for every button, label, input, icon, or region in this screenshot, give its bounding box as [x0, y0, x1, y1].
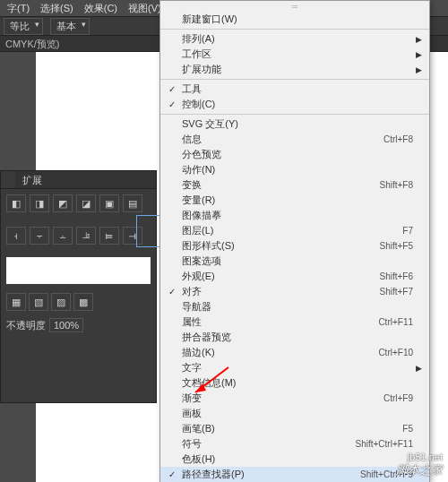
pathfinder-icon[interactable]: ◧	[6, 194, 26, 212]
menu-item-label: 渐变	[180, 392, 383, 405]
pathfinder-icon[interactable]: ▤	[123, 194, 142, 212]
menu-item[interactable]: ✓路径查找器(P)Shift+Ctrl+F9	[160, 467, 429, 482]
menu-item[interactable]: 工作区▶	[160, 47, 429, 62]
menu-item[interactable]: 色板(H)	[160, 452, 429, 467]
check-icon: ✓	[164, 469, 180, 479]
align-icon[interactable]: ⫟	[30, 227, 49, 245]
small-icon[interactable]: ▦	[6, 293, 26, 311]
menu-text[interactable]: 字(T)	[2, 0, 35, 16]
panel-tab-1[interactable]	[1, 171, 15, 188]
submenu-arrow-icon: ▶	[413, 65, 422, 74]
watermark-text: 脚本之家	[396, 462, 443, 478]
scale-dropdown[interactable]: 等比	[4, 18, 43, 35]
menu-shortcut: Shift+F6	[379, 271, 413, 281]
menu-shortcut: F5	[402, 424, 413, 434]
menu-item-label: SVG 交互(Y)	[180, 117, 413, 131]
menu-item-label: 新建窗口(W)	[180, 13, 413, 26]
menu-item-label: 排列(A)	[180, 32, 413, 46]
menu-item-label: 变量(R)	[180, 194, 413, 207]
panel-tab-expand[interactable]: 扩展	[15, 171, 49, 188]
menu-item[interactable]: 外观(E)Shift+F6	[160, 269, 429, 284]
menu-shortcut: Shift+F5	[379, 241, 413, 251]
menu-item-label: 色板(H)	[180, 452, 413, 466]
pathfinder-icon[interactable]: ◨	[30, 194, 49, 212]
menu-item[interactable]: 画笔(B)F5	[160, 421, 429, 436]
menu-item-label: 图形样式(S)	[180, 239, 379, 253]
menu-item[interactable]: 文字▶	[160, 360, 429, 375]
panel-body: ◧ ◨ ◩ ◪ ▣ ▤ ⫞ ⫟ ⫠ ⫡ ⫢ ⫣ ▦ ▧ ▨ ▩ 不透明度 100…	[1, 189, 156, 338]
panel-tabs: 扩展	[1, 171, 156, 189]
menu-item[interactable]: 图形样式(S)Shift+F5	[160, 238, 429, 254]
small-icon[interactable]: ▩	[73, 293, 93, 311]
submenu-arrow-icon: ▶	[413, 364, 422, 373]
menu-item[interactable]: 文档信息(M)	[160, 375, 429, 391]
menu-item[interactable]: 动作(N)	[160, 162, 429, 177]
menu-shortcut: Ctrl+F9	[383, 393, 413, 403]
menu-item-label: 图层(L)	[180, 224, 402, 237]
opacity-row: 不透明度 100%	[6, 318, 151, 332]
menu-item-label: 图案选项	[180, 254, 413, 268]
menu-item[interactable]: 渐变Ctrl+F9	[160, 391, 429, 406]
menu-item-label: 外观(E)	[180, 270, 379, 283]
menu-item[interactable]: 描边(K)Ctrl+F10	[160, 345, 429, 360]
menu-item[interactable]: 导航器	[160, 299, 429, 314]
menu-select[interactable]: 选择(S)	[35, 0, 79, 16]
menu-item[interactable]: 变换Shift+F8	[160, 177, 429, 193]
menu-item[interactable]: 变量(R)	[160, 193, 429, 208]
menu-item[interactable]: 画板	[160, 406, 429, 421]
align-icon[interactable]: ⫞	[6, 227, 26, 245]
menu-item[interactable]: 属性Ctrl+F11	[160, 314, 429, 330]
menu-item[interactable]: 图像描摹	[160, 208, 429, 223]
menu-item[interactable]: 拼合器预览	[160, 330, 429, 345]
pathfinder-icon[interactable]: ◩	[53, 194, 73, 212]
menu-shortcut: Shift+Ctrl+F11	[356, 439, 413, 449]
menu-item-label: 文档信息(M)	[180, 376, 413, 390]
menu-item[interactable]: 图案选项	[160, 254, 429, 269]
menu-item-label: 图像描摹	[180, 209, 413, 222]
menu-item-label: 描边(K)	[180, 346, 378, 359]
menu-item-label: 对齐	[180, 285, 379, 298]
menu-item-label: 分色预览	[180, 148, 413, 161]
opacity-value[interactable]: 100%	[49, 318, 83, 332]
menu-shortcut: F7	[402, 226, 413, 236]
menu-item[interactable]: ✓对齐Shift+F7	[160, 284, 429, 299]
menu-item-label: 工作区	[180, 47, 413, 61]
menu-item[interactable]: ✓工具	[160, 82, 429, 97]
small-icon[interactable]: ▨	[51, 293, 71, 311]
menu-effect[interactable]: 效果(C)	[79, 0, 123, 16]
align-icon[interactable]: ⫢	[99, 227, 119, 245]
check-icon: ✓	[164, 84, 180, 94]
menu-shortcut: Shift+F8	[379, 180, 413, 190]
menu-item-label: 符号	[180, 437, 356, 451]
menu-shortcut: Shift+F7	[379, 287, 413, 297]
menu-item-label: 动作(N)	[180, 163, 413, 176]
menu-item-label: 画板	[180, 407, 413, 420]
menu-item-label: 画笔(B)	[180, 422, 402, 435]
menu-shortcut: Ctrl+F10	[378, 348, 413, 357]
style-dropdown[interactable]: 基本	[50, 18, 90, 35]
pathfinder-icon[interactable]: ◪	[76, 194, 96, 212]
menu-item[interactable]: 排列(A)▶	[160, 31, 429, 47]
menu-item-label: 属性	[180, 315, 378, 329]
menu-item-label: 控制(C)	[180, 98, 413, 111]
menu-item[interactable]: SVG 交互(Y)	[160, 116, 429, 132]
align-icon[interactable]: ⫡	[76, 227, 96, 245]
menu-list: 新建窗口(W)排列(A)▶工作区▶扩展功能▶✓工具✓控制(C)SVG 交互(Y)…	[160, 12, 429, 482]
align-icon[interactable]: ⫠	[53, 227, 73, 245]
menu-item-label: 信息	[180, 133, 383, 146]
menu-item[interactable]: 分色预览	[160, 147, 429, 162]
check-icon: ✓	[164, 287, 180, 297]
menu-item[interactable]: 符号Shift+Ctrl+F11	[160, 436, 429, 452]
check-icon: ✓	[164, 99, 180, 109]
pathfinder-icon[interactable]: ▣	[99, 194, 119, 212]
menu-item[interactable]: 信息Ctrl+F8	[160, 132, 429, 147]
small-icon[interactable]: ▧	[29, 293, 48, 311]
menu-item-label: 拼合器预览	[180, 331, 413, 344]
menu-item-label: 导航器	[180, 300, 413, 314]
menu-item[interactable]: 扩展功能▶	[160, 62, 429, 77]
menu-item-label: 工具	[180, 82, 413, 96]
menu-shortcut: Ctrl+F11	[378, 317, 413, 327]
menu-item[interactable]: 新建窗口(W)	[160, 12, 429, 27]
menu-item[interactable]: ✓控制(C)	[160, 97, 429, 112]
menu-item[interactable]: 图层(L)F7	[160, 223, 429, 238]
